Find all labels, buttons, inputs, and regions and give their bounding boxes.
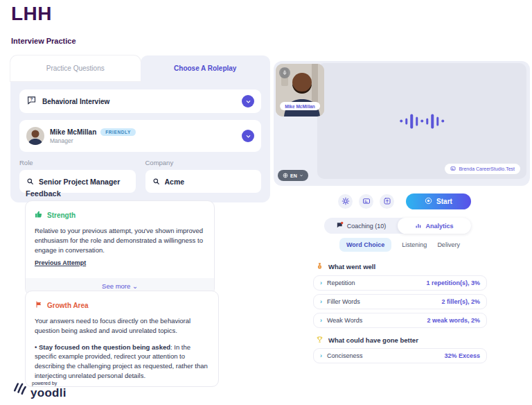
setup-panel: Practice Questions Choose A Roleplay ? B… bbox=[10, 55, 270, 203]
row-conciseness[interactable]: › Conciseness 32% Excess bbox=[313, 348, 487, 363]
captions-icon bbox=[450, 166, 456, 172]
role-field: Role bbox=[19, 159, 136, 193]
chat-question-icon: ? bbox=[26, 95, 37, 108]
powered-by-label: powered by bbox=[32, 381, 66, 386]
upload-icon bbox=[383, 196, 391, 208]
subtab-word-choice[interactable]: Word Choice bbox=[339, 238, 391, 252]
chevron-right-icon: › bbox=[320, 298, 322, 305]
start-button[interactable]: Start bbox=[406, 193, 471, 209]
setup-panel-body: ? Behavioral Interview bbox=[10, 81, 270, 203]
speech-stage: Brenda CareerStudio.Test bbox=[317, 63, 526, 179]
chevron-down-icon bbox=[299, 173, 303, 178]
growth-area-title: Growth Area bbox=[47, 302, 89, 309]
company-input-box[interactable] bbox=[145, 170, 262, 193]
analytics-subtabs: Word Choice Listening Delivery bbox=[339, 238, 460, 252]
tab-choose-a-roleplay[interactable]: Choose A Roleplay bbox=[141, 55, 271, 81]
role-field-label: Role bbox=[19, 159, 136, 166]
bot-caption-label: Brenda CareerStudio.Test bbox=[459, 166, 515, 171]
captions-button[interactable] bbox=[359, 194, 373, 209]
gone-better-heading: What could have gone better bbox=[316, 336, 418, 345]
growth-area-bullet: • Stay focused on the question being ask… bbox=[35, 343, 209, 381]
previous-attempt-link[interactable]: Previous Attempt bbox=[35, 259, 86, 266]
settings-button[interactable] bbox=[338, 194, 353, 209]
trophy-icon bbox=[316, 336, 323, 345]
upload-button[interactable] bbox=[380, 194, 394, 209]
page-title: Interview Practice bbox=[11, 37, 76, 45]
persona-name: Mike McMillan bbox=[50, 128, 96, 136]
language-label: EN bbox=[290, 173, 297, 178]
svg-text:?: ? bbox=[30, 96, 33, 101]
chevron-down-icon[interactable] bbox=[242, 95, 254, 107]
tab-analytics[interactable]: Analytics bbox=[398, 218, 471, 234]
company-field-label: Company bbox=[145, 159, 262, 166]
participant-video-thumbnail: Mike McMillan bbox=[276, 64, 324, 117]
growth-area-card: Growth Area Your answers need to focus d… bbox=[25, 291, 219, 387]
tab-coaching[interactable]: Coaching (10) bbox=[324, 221, 398, 230]
tab-practice-questions[interactable]: Practice Questions bbox=[10, 55, 141, 81]
role-input[interactable] bbox=[39, 178, 129, 186]
went-well-heading: What went well bbox=[316, 262, 375, 271]
persona-select[interactable]: Mike McMillan FRIENDLY Manager bbox=[19, 120, 261, 152]
yoodli-logo-icon bbox=[11, 378, 28, 399]
row-filler-words[interactable]: › Filler Words 2 filler(s), 2% bbox=[313, 294, 487, 309]
thumbs-up-icon bbox=[35, 209, 43, 221]
chevron-down-icon[interactable] bbox=[242, 130, 254, 142]
coaching-chat-icon bbox=[336, 221, 344, 230]
went-well-rows: › Repetition 1 repetition(s), 3% › Fille… bbox=[313, 275, 487, 328]
gear-icon bbox=[342, 196, 350, 208]
record-icon bbox=[425, 197, 432, 206]
flag-icon bbox=[35, 299, 43, 311]
chevron-right-icon: › bbox=[320, 352, 322, 359]
medal-icon bbox=[316, 262, 323, 271]
feedback-heading: Feedback bbox=[26, 189, 61, 198]
strength-card: Strength Relative to your previous attem… bbox=[25, 200, 215, 295]
video-panel: Brenda CareerStudio.Test Mike McMillan E… bbox=[274, 61, 530, 186]
chevron-right-icon: › bbox=[320, 279, 322, 286]
yoodli-wordmark: yoodli bbox=[30, 387, 66, 399]
persona-info: Mike McMillan FRIENDLY Manager bbox=[50, 128, 136, 144]
gone-better-rows: › Conciseness 32% Excess bbox=[313, 348, 487, 363]
roleplay-select[interactable]: ? Behavioral Interview bbox=[19, 89, 261, 113]
company-field: Company bbox=[145, 159, 262, 193]
strength-title: Strength bbox=[47, 212, 76, 219]
subtab-listening[interactable]: Listening bbox=[402, 241, 427, 248]
persona-role: Manager bbox=[50, 137, 136, 144]
search-icon bbox=[26, 175, 34, 188]
language-selector[interactable]: EN bbox=[278, 170, 308, 181]
row-repetition[interactable]: › Repetition 1 repetition(s), 3% bbox=[313, 275, 487, 291]
row-weak-words[interactable]: › Weak Words 2 weak words, 2% bbox=[313, 313, 487, 328]
captions-icon bbox=[362, 196, 371, 208]
avatar bbox=[26, 127, 44, 145]
session-controls: Start bbox=[338, 193, 471, 209]
setup-tabbar: Practice Questions Choose A Roleplay bbox=[10, 55, 270, 81]
chevron-right-icon: › bbox=[320, 317, 322, 324]
powered-by-yoodli: powered by yoodli bbox=[11, 378, 66, 399]
coaching-analytics-tabs: Coaching (10) Analytics bbox=[324, 218, 471, 234]
growth-area-body: Your answers need to focus directly on t… bbox=[35, 316, 209, 336]
bot-caption-badge: Brenda CareerStudio.Test bbox=[445, 164, 520, 174]
persona-friendly-badge: FRIENDLY bbox=[100, 128, 136, 136]
lhh-logo: LHH bbox=[11, 3, 52, 25]
mic-icon bbox=[279, 67, 290, 78]
participant-name-badge: Mike McMillan bbox=[280, 102, 320, 110]
roleplay-select-label: Behavioral Interview bbox=[42, 98, 109, 105]
company-input[interactable] bbox=[165, 178, 255, 186]
role-company-fields: Role Company bbox=[19, 159, 261, 193]
bar-chart-icon bbox=[415, 222, 422, 230]
subtab-delivery[interactable]: Delivery bbox=[437, 241, 460, 248]
strength-body: Relative to your previous attempt, you'v… bbox=[35, 226, 205, 255]
audio-waveform-icon bbox=[400, 114, 444, 128]
globe-icon bbox=[283, 173, 288, 179]
interview-practice-app: LHH Interview Practice Practice Question… bbox=[0, 0, 532, 405]
search-icon bbox=[152, 175, 160, 188]
chevron-down-icon: ⌄ bbox=[132, 282, 138, 290]
